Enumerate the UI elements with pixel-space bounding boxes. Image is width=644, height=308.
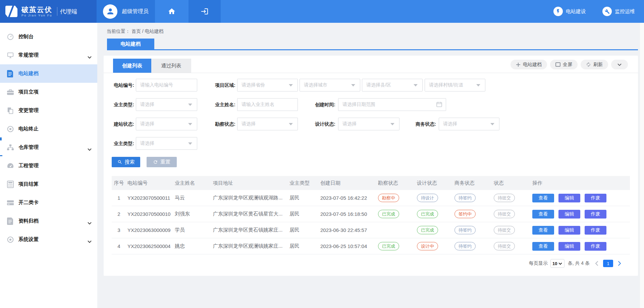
refresh-button[interactable]: 刷新 — [581, 60, 608, 69]
status-badge: 已完成 — [378, 242, 399, 250]
city-select[interactable]: 请选择城市 — [300, 79, 360, 91]
search-button[interactable]: 搜索 — [112, 157, 140, 167]
current-page[interactable]: 1 — [603, 260, 613, 267]
filter-label-owner-name: 业主姓名: — [199, 98, 235, 111]
edit-button[interactable]: 编辑 — [558, 242, 580, 251]
divider — [57, 7, 57, 16]
create-station-button[interactable]: 电站建档 — [511, 60, 547, 69]
dropdown-arrow-icon — [188, 142, 192, 145]
nav-monitor-ops[interactable]: 监控运维 — [602, 0, 635, 23]
owner-type2-select[interactable]: 请选择 — [136, 137, 197, 150]
main-card: 创建列表 通过列表 电站建档 全屏 刷新 电站编号: 请输入电站编号 项目区域:… — [104, 56, 638, 276]
chevron-down-icon — [88, 220, 92, 226]
home-button[interactable] — [155, 0, 189, 23]
avatar — [103, 4, 117, 19]
app-title: 破茧云伏 — [21, 6, 52, 13]
filter-label-region: 项目区域: — [199, 79, 235, 91]
tab-passed-list[interactable]: 通过列表 — [151, 59, 191, 73]
home-icon — [168, 7, 176, 15]
next-page-button[interactable] — [618, 261, 621, 266]
sidebar-item-engineering[interactable]: 工程管理 — [0, 157, 97, 175]
nav-station-build[interactable]: 电站建设 — [553, 0, 586, 23]
station-code-input[interactable]: 请输入电站编号 — [136, 79, 197, 91]
view-button[interactable]: 查看 — [532, 210, 554, 219]
view-button[interactable]: 查看 — [532, 194, 554, 202]
chevron-down-icon — [88, 146, 92, 152]
person-icon — [106, 7, 115, 16]
document-icon — [6, 70, 14, 78]
app-subtitle: Po Jian Yun Fu — [21, 14, 52, 17]
sidebar-item-change-management[interactable]: 变更管理 — [0, 101, 97, 120]
edit-button[interactable]: 编辑 — [558, 194, 580, 202]
town-select[interactable]: 请选择村镇/街道 — [425, 79, 485, 91]
status-badge: 设计中 — [417, 242, 438, 250]
business-status-select[interactable]: 请选择 — [439, 118, 499, 130]
sidebar-item-station-archive[interactable]: 电站建档 — [0, 64, 97, 83]
sidebar-item-station-terminate[interactable]: 电站终止 — [0, 120, 97, 138]
table-row: 1 YX2023070500011 马云 广东深圳龙华区观澜镇观湖路... 居民… — [112, 190, 630, 206]
header: 破茧云伏 Po Jian Yun Fu 代理端 超级管理员 电站建设 监控 — [0, 0, 644, 23]
dropdown-arrow-icon — [289, 84, 293, 86]
reset-button[interactable]: 重置 — [147, 157, 177, 167]
date-range-input[interactable]: 请选择日期范围 — [338, 98, 446, 111]
briefcase-icon — [6, 88, 14, 96]
county-select[interactable]: 请选择县/区 — [362, 79, 423, 91]
sidebar-item-console[interactable]: 控制台 — [0, 27, 97, 46]
province-select[interactable]: 请选择省份 — [237, 79, 298, 91]
stations-table: 序号 电站编号 业主姓名 项目地址 业主类型 创建日期 勘察状态 设计状态 商务… — [112, 176, 630, 254]
dropdown-arrow-icon — [188, 104, 192, 106]
void-button[interactable]: 作废 — [585, 210, 606, 219]
sidebar-item-warehouse[interactable]: 仓库管理 — [0, 138, 97, 157]
monitor-icon — [6, 51, 14, 59]
sidebar-item-general[interactable]: 常规管理 — [0, 46, 97, 64]
sidebar-item-card[interactable]: 开二类卡 — [0, 193, 97, 212]
dropdown-arrow-icon — [490, 123, 494, 125]
edit-button[interactable]: 编辑 — [558, 210, 580, 219]
owner-type-select[interactable]: 请选择 — [136, 98, 197, 111]
edit-button[interactable]: 编辑 — [558, 226, 580, 235]
void-button[interactable]: 作废 — [585, 194, 606, 202]
dropdown-arrow-icon — [390, 123, 394, 125]
sidebar-item-settlement[interactable]: 项目结算 — [0, 175, 97, 193]
table-row: 2 YX2023070500010 刘强东 广东深圳龙华区黄石镇星官大... 居… — [112, 206, 630, 222]
status-badge: 勘察中 — [378, 194, 399, 202]
settings-icon — [6, 236, 14, 244]
page-scrollbar[interactable] — [640, 23, 644, 308]
filter-label-owner-type2: 业主类型: — [97, 137, 134, 150]
per-page-select[interactable]: 10 — [550, 259, 565, 268]
sidebar-item-project-initiation[interactable]: 项目立项 — [0, 83, 97, 101]
filter-label-station-code: 电站编号: — [97, 79, 134, 91]
logout-button[interactable] — [189, 0, 221, 23]
sidebar-item-settings[interactable]: 系统设置 — [0, 230, 97, 249]
scroll-indicator — [0, 155, 2, 156]
fullscreen-button[interactable]: 全屏 — [550, 60, 578, 69]
refresh-icon — [586, 62, 591, 67]
circle-dot-icon — [6, 125, 14, 133]
chevron-down-icon — [88, 238, 92, 244]
filter-label-business-status: 商务状态: — [399, 118, 436, 130]
survey-status-select[interactable]: 请选择 — [237, 118, 298, 130]
view-button[interactable]: 查看 — [532, 226, 554, 235]
total-label: 条, 共 4 条 — [568, 260, 590, 266]
chevron-down-icon — [88, 54, 92, 60]
prev-page-button[interactable] — [595, 261, 598, 266]
void-button[interactable]: 作废 — [585, 226, 606, 235]
owner-name-input[interactable]: 请输入业主姓名 — [237, 98, 298, 111]
collapse-button[interactable] — [611, 60, 628, 69]
page-tab-station-archive[interactable]: 电站建档 — [107, 39, 154, 49]
sidebar: 控制台 常规管理 电站建档 项目立项 变更 — [0, 23, 97, 308]
sitemap-icon — [6, 143, 14, 151]
design-status-select[interactable]: 请选择 — [338, 118, 399, 130]
void-button[interactable]: 作废 — [585, 242, 606, 251]
status-badge: 待提交 — [494, 210, 515, 218]
status-badge: 已完成 — [417, 226, 438, 234]
sidebar-item-data-archive[interactable]: 资料归档 — [0, 212, 97, 230]
tab-create-list[interactable]: 创建列表 — [113, 59, 151, 73]
user-menu[interactable]: 超级管理员 — [97, 0, 155, 23]
filter-label-build-status: 建站状态: — [97, 118, 134, 130]
search-icon — [117, 160, 122, 165]
build-status-select[interactable]: 请选择 — [136, 118, 197, 130]
per-page-label: 每页显示 — [529, 260, 548, 266]
dashboard-icon — [6, 162, 14, 170]
view-button[interactable]: 查看 — [532, 242, 554, 251]
